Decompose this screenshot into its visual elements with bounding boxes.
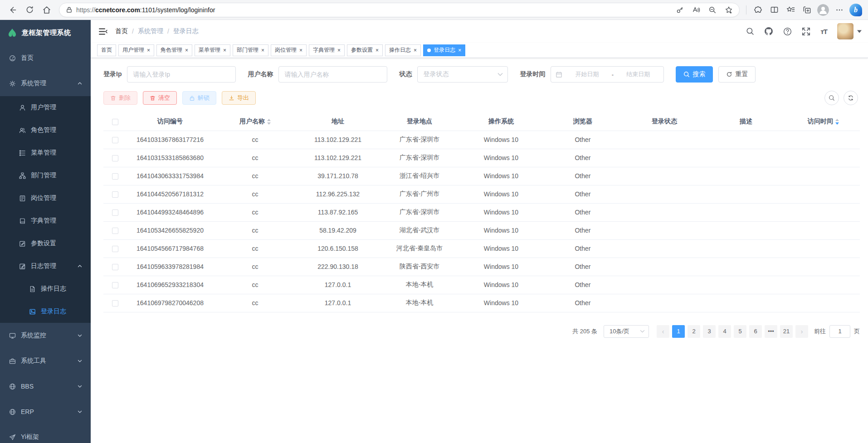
- browser-refresh-icon[interactable]: [22, 2, 37, 18]
- export-button[interactable]: 导出: [222, 91, 256, 105]
- collections-icon[interactable]: [799, 2, 814, 18]
- row-checkbox[interactable]: [112, 264, 118, 270]
- extensions-icon[interactable]: [750, 2, 766, 18]
- page-button-4[interactable]: 4: [718, 325, 731, 338]
- status-select[interactable]: 登录状态: [417, 66, 508, 83]
- sidebar-item-系统监控[interactable]: 系统监控: [0, 323, 91, 348]
- browser-back-icon[interactable]: [5, 2, 20, 18]
- breadcrumb-item-登录日志[interactable]: 登录日志: [173, 27, 199, 35]
- sidebar-item-字典管理[interactable]: 字典管理: [0, 209, 91, 232]
- close-icon[interactable]: ×: [414, 48, 417, 53]
- zoom-out-icon[interactable]: [705, 2, 720, 18]
- sidebar-item-系统工具[interactable]: 系统工具: [0, 348, 91, 374]
- row-checkbox[interactable]: [112, 282, 118, 288]
- close-icon[interactable]: ×: [147, 48, 150, 53]
- fullscreen-icon[interactable]: [802, 27, 810, 36]
- row-checkbox[interactable]: [112, 155, 118, 161]
- help-icon[interactable]: [783, 27, 792, 36]
- github-icon[interactable]: [764, 27, 773, 36]
- close-icon[interactable]: ×: [337, 48, 341, 53]
- sidebar-item-操作日志[interactable]: 操作日志: [0, 277, 91, 300]
- favorites-bar-icon[interactable]: [783, 2, 798, 18]
- close-icon[interactable]: ×: [261, 48, 264, 53]
- tag-登录日志[interactable]: 登录日志×: [423, 44, 465, 56]
- browser-menu-icon[interactable]: [832, 2, 847, 18]
- tag-操作日志[interactable]: 操作日志×: [385, 44, 421, 56]
- browser-home-icon[interactable]: [39, 2, 54, 18]
- page-button-3[interactable]: 3: [703, 325, 716, 338]
- show-search-toggle-button[interactable]: [824, 91, 839, 105]
- tag-首页[interactable]: 首页: [97, 44, 116, 56]
- user-avatar[interactable]: [837, 23, 862, 39]
- read-aloud-icon[interactable]: [688, 2, 704, 18]
- sidebar-item-角色管理[interactable]: 角色管理: [0, 119, 91, 141]
- hamburger-icon[interactable]: [91, 20, 115, 43]
- page-button-6[interactable]: 6: [749, 325, 762, 338]
- row-checkbox[interactable]: [112, 209, 118, 216]
- split-screen-icon[interactable]: [766, 2, 782, 18]
- tag-字典管理[interactable]: 字典管理×: [309, 44, 345, 56]
- header-search-icon[interactable]: [746, 27, 754, 35]
- sidebar-item-日志管理[interactable]: 日志管理: [0, 255, 91, 277]
- page-button-5[interactable]: 5: [734, 325, 746, 338]
- sidebar-item-BBS[interactable]: BBS: [0, 374, 91, 399]
- page-button-1[interactable]: 1: [672, 325, 685, 338]
- close-icon[interactable]: ×: [375, 48, 379, 53]
- search-button[interactable]: 搜索: [676, 66, 713, 83]
- select-all-checkbox[interactable]: [112, 119, 118, 125]
- tag-角色管理[interactable]: 角色管理×: [156, 44, 192, 56]
- tag-菜单管理[interactable]: 菜单管理×: [195, 44, 230, 56]
- row-checkbox[interactable]: [112, 137, 118, 143]
- sort-carets[interactable]: [267, 119, 271, 125]
- close-icon[interactable]: ×: [185, 48, 188, 53]
- row-checkbox[interactable]: [112, 173, 118, 180]
- page-size-select[interactable]: 10条/页: [604, 325, 649, 338]
- breadcrumb-item-系统管理[interactable]: 系统管理: [138, 27, 163, 35]
- tag-部门管理[interactable]: 部门管理×: [233, 44, 268, 56]
- unlock-button[interactable]: 解锁: [182, 91, 216, 105]
- prev-page-button[interactable]: ‹: [657, 325, 669, 338]
- font-size-icon[interactable]: тT: [820, 28, 827, 35]
- row-checkbox[interactable]: [112, 191, 118, 198]
- close-icon[interactable]: ×: [299, 48, 302, 53]
- page-button-21[interactable]: 21: [780, 325, 793, 338]
- site-lock-icon[interactable]: [66, 6, 73, 13]
- goto-page-input[interactable]: [829, 325, 850, 338]
- sidebar-item-用户管理[interactable]: 用户管理: [0, 96, 91, 119]
- next-page-button[interactable]: ›: [795, 325, 808, 338]
- address-bar[interactable]: https://ccnetcore.com:1101/system/log/lo…: [59, 3, 740, 17]
- profile-avatar-icon[interactable]: [815, 2, 831, 18]
- more-pages-button[interactable]: •••: [765, 325, 777, 338]
- date-range-picker[interactable]: 开始日期 - 结束日期: [551, 66, 664, 83]
- column-header-用户名称[interactable]: 用户名称: [213, 112, 297, 131]
- row-checkbox[interactable]: [112, 246, 118, 252]
- sort-carets[interactable]: [835, 119, 839, 125]
- password-key-icon[interactable]: [672, 2, 688, 18]
- sidebar-item-部门管理[interactable]: 部门管理: [0, 164, 91, 187]
- close-icon[interactable]: ×: [458, 48, 461, 53]
- tag-用户管理[interactable]: 用户管理×: [118, 44, 154, 56]
- refresh-table-button[interactable]: [844, 91, 858, 105]
- row-checkbox[interactable]: [112, 300, 118, 307]
- page-button-2[interactable]: 2: [688, 325, 700, 338]
- sidebar-item-系统管理[interactable]: 系统管理: [0, 71, 91, 96]
- sidebar-item-登录日志[interactable]: 登录日志: [0, 300, 91, 323]
- sidebar-item-菜单管理[interactable]: 菜单管理: [0, 141, 91, 164]
- delete-button[interactable]: 删除: [103, 91, 137, 105]
- breadcrumb-item-首页[interactable]: 首页: [115, 27, 128, 35]
- row-checkbox[interactable]: [112, 228, 118, 234]
- tag-参数设置[interactable]: 参数设置×: [347, 44, 383, 56]
- close-icon[interactable]: ×: [223, 48, 226, 53]
- reset-button[interactable]: 重置: [718, 66, 756, 83]
- clear-button[interactable]: 清空: [143, 91, 177, 105]
- tag-岗位管理[interactable]: 岗位管理×: [271, 44, 307, 56]
- sidebar-item-参数设置[interactable]: 参数设置: [0, 232, 91, 255]
- sidebar-item-Yi框架[interactable]: Yi框架: [0, 424, 91, 443]
- add-favorite-star-icon[interactable]: [721, 2, 736, 18]
- sidebar-item-首页[interactable]: 首页: [0, 45, 91, 71]
- column-header-访问时间[interactable]: 访问时间: [787, 112, 860, 131]
- login-ip-input[interactable]: [127, 66, 236, 83]
- user-name-input[interactable]: [278, 66, 387, 83]
- bing-copilot-icon[interactable]: b: [848, 2, 863, 18]
- sidebar-item-ERP[interactable]: ERP: [0, 399, 91, 424]
